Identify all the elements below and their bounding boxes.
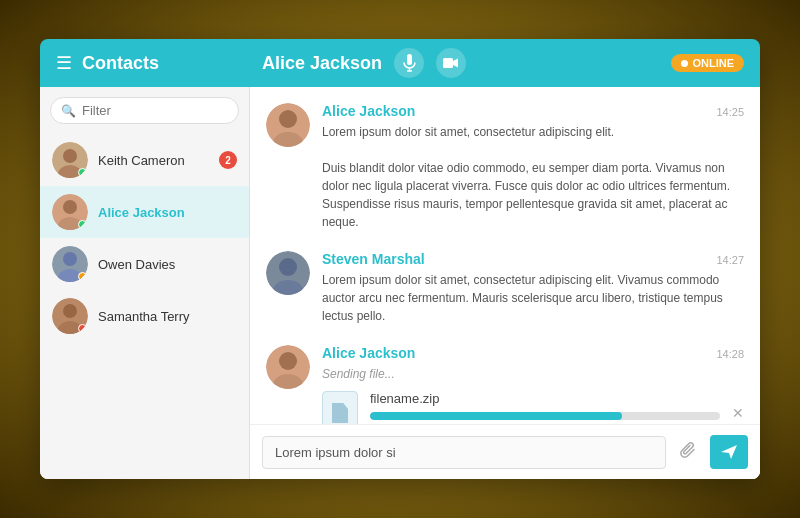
online-dot xyxy=(681,60,688,67)
avatar-owen xyxy=(52,246,88,282)
contact-item-samantha[interactable]: Samantha Terry xyxy=(40,290,249,342)
header-contacts-title: Contacts xyxy=(82,53,159,74)
header-left: ☰ Contacts xyxy=(40,52,250,74)
message-sending-text: Sending file... xyxy=(322,365,744,383)
progress-bar-fill xyxy=(370,412,622,420)
online-label: ONLINE xyxy=(692,57,734,69)
message-input[interactable] xyxy=(262,436,666,469)
video-icon xyxy=(443,57,459,69)
contact-item-owen[interactable]: Owen Davies xyxy=(40,238,249,290)
message-text-2: Lorem ipsum dolor sit amet, consectetur … xyxy=(322,271,744,325)
file-details: filename.zip 72% Complete 578 of 800 MB … xyxy=(370,391,720,424)
message-item-3: Alice Jackson 14:28 Sending file... file… xyxy=(266,345,744,424)
message-text-1: Lorem ipsum dolor sit amet, consectetur … xyxy=(322,123,744,231)
send-icon xyxy=(720,444,738,460)
contact-list: Keith Cameron 2 Alice Jackson xyxy=(40,134,249,479)
header-contact-name: Alice Jackson xyxy=(262,53,382,74)
chat-area: Alice Jackson 14:25 Lorem ipsum dolor si… xyxy=(250,87,760,479)
message-time-2: 14:27 xyxy=(716,254,744,266)
status-dot-owen xyxy=(78,272,87,281)
svg-point-8 xyxy=(63,200,77,214)
microphone-button[interactable] xyxy=(394,48,424,78)
microphone-icon xyxy=(403,54,416,72)
progress-bar-container xyxy=(370,412,720,420)
input-area xyxy=(250,424,760,479)
message-header-1: Alice Jackson 14:25 xyxy=(322,103,744,119)
contact-name-samantha: Samantha Terry xyxy=(98,309,237,324)
status-dot-samantha xyxy=(78,324,87,333)
search-box: 🔍 xyxy=(50,97,239,124)
avatar-alice xyxy=(52,194,88,230)
file-cancel-button[interactable]: ✕ xyxy=(732,405,744,421)
video-call-button[interactable] xyxy=(436,48,466,78)
sidebar: 🔍 Keith Cameron 2 xyxy=(40,87,250,479)
message-header-2: Steven Marshal 14:27 xyxy=(322,251,744,267)
status-dot-keith xyxy=(78,168,87,177)
header-right: ONLINE xyxy=(671,54,760,72)
avatar-keith xyxy=(52,142,88,178)
message-avatar-3 xyxy=(266,345,310,389)
svg-rect-0 xyxy=(407,54,412,65)
contact-name-alice: Alice Jackson xyxy=(98,205,237,220)
badge-keith: 2 xyxy=(219,151,237,169)
contact-name-keith: Keith Cameron xyxy=(98,153,209,168)
file-transfer: filename.zip 72% Complete 578 of 800 MB … xyxy=(322,391,744,424)
svg-point-23 xyxy=(279,352,297,370)
paperclip-icon xyxy=(680,442,696,458)
status-dot-alice xyxy=(78,220,87,229)
svg-rect-3 xyxy=(443,58,453,68)
hamburger-icon[interactable]: ☰ xyxy=(56,52,72,74)
search-input[interactable] xyxy=(82,103,228,118)
header-center: Alice Jackson xyxy=(250,48,671,78)
attach-button[interactable] xyxy=(676,438,700,466)
svg-point-17 xyxy=(279,110,297,128)
message-sender-2: Steven Marshal xyxy=(322,251,425,267)
svg-point-5 xyxy=(63,149,77,163)
message-time-1: 14:25 xyxy=(716,106,744,118)
contact-item-alice[interactable]: Alice Jackson xyxy=(40,186,249,238)
message-avatar-1 xyxy=(266,103,310,147)
send-button[interactable] xyxy=(710,435,748,469)
message-item-2: Steven Marshal 14:27 Lorem ipsum dolor s… xyxy=(266,251,744,325)
message-item-1: Alice Jackson 14:25 Lorem ipsum dolor si… xyxy=(266,103,744,231)
message-sender-1: Alice Jackson xyxy=(322,103,415,119)
message-time-3: 14:28 xyxy=(716,348,744,360)
message-content-3: Alice Jackson 14:28 Sending file... file… xyxy=(322,345,744,424)
file-name: filename.zip xyxy=(370,391,720,406)
message-avatar-2 xyxy=(266,251,310,295)
message-content-1: Alice Jackson 14:25 Lorem ipsum dolor si… xyxy=(322,103,744,231)
contact-item-keith[interactable]: Keith Cameron 2 xyxy=(40,134,249,186)
app-container: ☰ Contacts Alice Jackson xyxy=(40,39,760,479)
avatar-samantha xyxy=(52,298,88,334)
search-icon: 🔍 xyxy=(61,104,76,118)
online-badge: ONLINE xyxy=(671,54,744,72)
main-body: 🔍 Keith Cameron 2 xyxy=(40,87,760,479)
svg-point-11 xyxy=(63,252,77,266)
file-icon xyxy=(322,391,358,424)
svg-point-20 xyxy=(279,258,297,276)
message-content-2: Steven Marshal 14:27 Lorem ipsum dolor s… xyxy=(322,251,744,325)
messages-container: Alice Jackson 14:25 Lorem ipsum dolor si… xyxy=(250,87,760,424)
contact-name-owen: Owen Davies xyxy=(98,257,237,272)
header: ☰ Contacts Alice Jackson xyxy=(40,39,760,87)
message-sender-3: Alice Jackson xyxy=(322,345,415,361)
message-header-3: Alice Jackson 14:28 xyxy=(322,345,744,361)
svg-point-14 xyxy=(63,304,77,318)
